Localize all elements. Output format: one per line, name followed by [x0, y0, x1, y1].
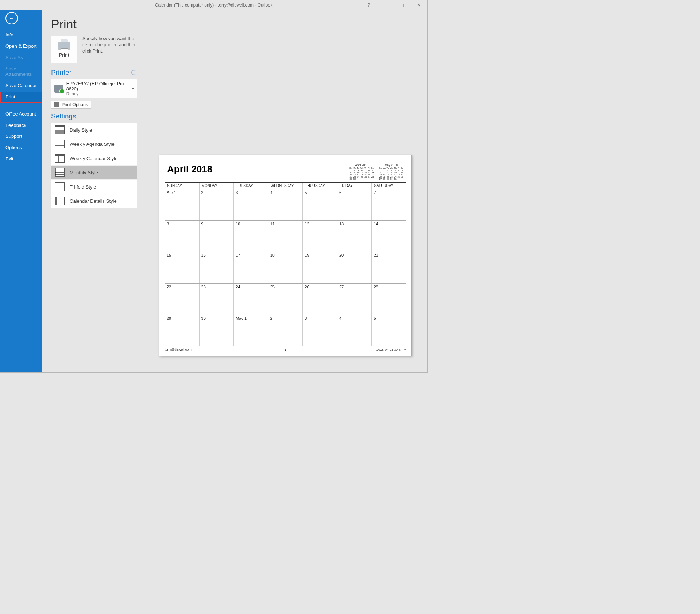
- printer-dropdown[interactable]: HPA2F9A2 (HP Officejet Pro 8620) Ready ▼: [51, 79, 137, 98]
- calendar-day-cell: Apr 1: [165, 189, 200, 220]
- nav-item-save-as: Save As: [0, 52, 42, 63]
- style-details[interactable]: Calendar Details Style: [51, 194, 137, 208]
- calendar-day-cell: 21: [372, 252, 406, 283]
- nav-item-print[interactable]: Print: [0, 92, 42, 103]
- calendar-day-cell: 19: [303, 252, 337, 283]
- print-settings-panel: Print Print Specify how you want the ite…: [42, 10, 142, 372]
- backstage-sidebar: ← InfoOpen & ExportSave AsSave Attachmen…: [0, 10, 42, 372]
- calendar-day-cell: 25: [268, 284, 303, 315]
- calendar-week: 2930May 12345: [165, 315, 406, 346]
- help-button[interactable]: ?: [361, 0, 376, 10]
- calendar-day-cell: 27: [337, 284, 372, 315]
- close-button[interactable]: ✕: [410, 0, 427, 10]
- settings-heading: Settings: [51, 112, 137, 120]
- trifold-icon: [55, 182, 65, 191]
- print-style-list: Daily StyleWeekly Agenda StyleWeekly Cal…: [51, 123, 137, 208]
- footer-left: terry@diswell.com: [165, 348, 192, 351]
- calendar-day-cell: 2: [268, 315, 303, 346]
- calendar-day-cell: 24: [234, 284, 268, 315]
- style-daily[interactable]: Daily Style: [51, 123, 137, 137]
- printer-name: HPA2F9A2 (HP Officejet Pro 8620): [66, 81, 134, 92]
- nav-item-info[interactable]: Info: [0, 30, 42, 41]
- nav-item-support[interactable]: Support: [0, 131, 42, 142]
- calendar-day-cell: 4: [268, 189, 303, 220]
- preview-footer: terry@diswell.com 1 2018-04-03 3:48 PM: [165, 346, 406, 351]
- print-preview-pane: April 2018 April 2018SuMoTuWeThFrSa12345…: [142, 10, 427, 372]
- calendar-day-cell: 30: [200, 315, 234, 346]
- style-label: Tri-fold Style: [70, 184, 96, 190]
- info-icon[interactable]: i: [131, 70, 136, 75]
- calendar-day-cell: 14: [372, 221, 406, 252]
- calendar-week: 891011121314: [165, 221, 406, 252]
- calendar-day-cell: May 1: [234, 315, 268, 346]
- print-description: Specify how you want the item to be prin…: [82, 36, 137, 54]
- style-label: Monthly Style: [70, 170, 98, 175]
- nav-item-options[interactable]: Options: [0, 142, 42, 154]
- style-label: Weekly Agenda Style: [70, 141, 115, 147]
- calendar-day-cell: 16: [200, 252, 234, 283]
- dow-header: TUESDAY: [234, 183, 268, 189]
- maximize-button[interactable]: ▢: [394, 0, 410, 10]
- outlook-window: Calendar (This computer only) - terry@di…: [0, 0, 428, 373]
- style-trifold[interactable]: Tri-fold Style: [51, 180, 137, 194]
- dow-header: WEDNESDAY: [268, 183, 303, 189]
- calendar-day-cell: 17: [234, 252, 268, 283]
- calendar-week: 22232425262728: [165, 284, 406, 315]
- calendar-day-cell: 13: [337, 221, 372, 252]
- print-button-tile[interactable]: Print: [51, 36, 77, 63]
- calendar-day-cell: 28: [372, 284, 406, 315]
- chevron-down-icon: ▼: [131, 87, 135, 90]
- calendar-weeks: Apr 123456789101112131415161718192021222…: [165, 189, 406, 346]
- daily-icon: [55, 125, 65, 134]
- nav-item-save-calendar[interactable]: Save Calendar: [0, 80, 42, 92]
- calendar-week: 15161718192021: [165, 252, 406, 283]
- calendar-day-cell: 5: [372, 315, 406, 346]
- print-tile-label: Print: [59, 53, 69, 58]
- preview-page: April 2018 April 2018SuMoTuWeThFrSa12345…: [159, 155, 412, 356]
- footer-right: 2018-04-03 3:48 PM: [376, 348, 406, 351]
- titlebar: Calendar (This computer only) - terry@di…: [0, 0, 427, 10]
- footer-page-number: 1: [285, 348, 286, 351]
- style-weekly-cal[interactable]: Weekly Calendar Style: [51, 151, 137, 166]
- mini-calendar: May 2018SuMoTuWeThFrSa123456789101112131…: [379, 164, 404, 180]
- details-icon: [55, 197, 65, 205]
- back-button[interactable]: ←: [5, 12, 18, 24]
- calendar-day-cell: 26: [303, 284, 337, 315]
- mini-calendars: April 2018SuMoTuWeThFrSa1234567891011121…: [349, 164, 404, 180]
- print-options-icon: [54, 102, 59, 107]
- print-options-button[interactable]: Print Options: [51, 101, 91, 109]
- dow-header: FRIDAY: [337, 183, 372, 189]
- minimize-button[interactable]: —: [377, 0, 394, 10]
- window-title: Calendar (This computer only) - terry@di…: [155, 3, 272, 8]
- calendar-day-cell: 4: [337, 315, 372, 346]
- style-weekly-agenda[interactable]: Weekly Agenda Style: [51, 137, 137, 151]
- nav-item-feedback[interactable]: Feedback: [0, 120, 42, 131]
- nav-item-save-attachments: Save Attachments: [0, 63, 42, 80]
- calendar-day-cell: 20: [337, 252, 372, 283]
- nav-item-office-account[interactable]: Office Account: [0, 109, 42, 120]
- style-monthly[interactable]: Monthly Style: [51, 166, 137, 180]
- dow-header: THURSDAY: [303, 183, 337, 189]
- printer-meta: HPA2F9A2 (HP Officejet Pro 8620) Ready: [66, 81, 134, 96]
- calendar-day-cell: 7: [372, 189, 406, 220]
- style-label: Calendar Details Style: [70, 198, 117, 204]
- calendar-day-cell: 23: [200, 284, 234, 315]
- calendar-day-cell: 12: [303, 221, 337, 252]
- calendar-day-cell: 2: [200, 189, 234, 220]
- calendar-day-cell: 5: [303, 189, 337, 220]
- dow-header: SATURDAY: [372, 183, 406, 189]
- printer-heading: Printer i: [51, 69, 137, 77]
- weekly-agenda-icon: [55, 140, 65, 148]
- nav-item-open-export[interactable]: Open & Export: [0, 41, 42, 52]
- dow-header: SUNDAY: [165, 183, 200, 189]
- calendar-day-cell: 11: [268, 221, 303, 252]
- nav-item-exit[interactable]: Exit: [0, 154, 42, 165]
- weekly-cal-icon: [55, 154, 65, 163]
- monthly-icon: [55, 168, 65, 177]
- calendar-day-cell: 18: [268, 252, 303, 283]
- printer-icon: [58, 42, 70, 50]
- page-title: Print: [51, 17, 137, 31]
- calendar-day-cell: 10: [234, 221, 268, 252]
- calendar-day-cell: 9: [200, 221, 234, 252]
- style-label: Daily Style: [70, 127, 92, 133]
